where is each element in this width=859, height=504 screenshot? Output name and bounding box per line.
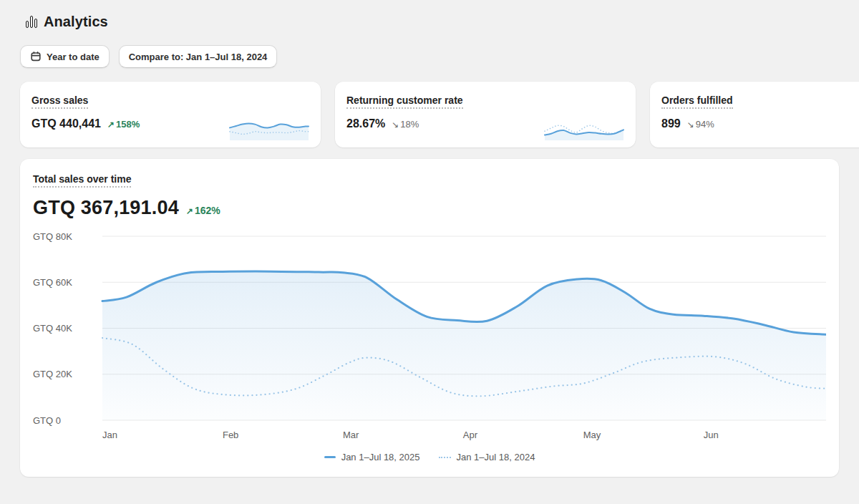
svg-text:GTQ 20K: GTQ 20K [33, 369, 72, 379]
page-title: Analytics [44, 14, 108, 30]
chart-title[interactable]: Total sales over time [33, 173, 131, 188]
compare-button[interactable]: Compare to: Jan 1–Jul 18, 2024 [119, 45, 278, 68]
legend-label: Jan 1–Jul 18, 2024 [457, 452, 535, 462]
sparkline-chart [229, 115, 309, 142]
svg-text:Jun: Jun [704, 430, 719, 440]
metric-value: GTQ 440,441 [31, 117, 101, 130]
page-header: Analytics [0, 0, 859, 30]
trend-badge: ↗162% [186, 205, 220, 216]
trend-badge: ↗158% [107, 119, 140, 130]
chart-legend: Jan 1–Jul 18, 2025 Jan 1–Jul 18, 2024 [33, 452, 826, 462]
filter-bar: Year to date Compare to: Jan 1–Jul 18, 2… [20, 45, 859, 68]
legend-item-current[interactable]: Jan 1–Jul 18, 2025 [324, 452, 420, 462]
bar-chart-icon [26, 16, 37, 28]
trend-down-icon: ↘ [687, 120, 694, 130]
svg-text:Jan: Jan [102, 430, 117, 440]
metric-card-gross-sales: Gross sales GTQ 440,441 ↗158% [20, 82, 321, 147]
svg-text:GTQ 60K: GTQ 60K [33, 277, 72, 288]
legend-label: Jan 1–Jul 18, 2025 [341, 452, 420, 462]
metric-value: 28.67% [346, 117, 385, 130]
svg-text:Mar: Mar [343, 430, 359, 440]
metric-card-returning-customer-rate: Returning customer rate 28.67% ↘18% [335, 82, 636, 147]
sparkline-chart [544, 115, 624, 142]
compare-label: Compare to: Jan 1–Jul 18, 2024 [129, 52, 268, 62]
trend-up-icon: ↗ [186, 206, 193, 216]
svg-text:Apr: Apr [463, 430, 478, 440]
metric-card-orders-fulfilled: Orders fulfilled 899 ↘94% [650, 82, 859, 147]
metric-title[interactable]: Gross sales [31, 94, 88, 109]
trend-down-icon: ↘ [392, 120, 399, 130]
svg-text:Feb: Feb [223, 430, 238, 440]
trend-badge: ↘94% [687, 119, 714, 130]
total-sales-card: Total sales over time GTQ 367,191.04 ↗16… [20, 159, 839, 477]
svg-text:GTQ 0: GTQ 0 [33, 415, 61, 426]
chart-area: GTQ 80KGTQ 60KGTQ 40KGTQ 20KGTQ 0JanFebM… [33, 228, 826, 445]
date-range-button[interactable]: Year to date [20, 45, 110, 68]
calendar-icon [30, 51, 42, 62]
trend-badge: ↘18% [392, 119, 419, 130]
trend-up-icon: ↗ [107, 120, 115, 130]
metrics-row: Gross sales GTQ 440,441 ↗158% Returning … [20, 82, 859, 147]
date-range-label: Year to date [47, 52, 100, 62]
svg-text:GTQ 40K: GTQ 40K [33, 323, 72, 334]
sales-line-chart[interactable]: GTQ 80KGTQ 60KGTQ 40KGTQ 20KGTQ 0JanFebM… [33, 228, 826, 442]
metric-value: 899 [661, 117, 681, 130]
solid-line-swatch [324, 456, 336, 458]
dotted-line-swatch [439, 457, 451, 458]
metric-title[interactable]: Returning customer rate [346, 94, 463, 109]
chart-value: GTQ 367,191.04 [33, 197, 179, 219]
legend-item-previous[interactable]: Jan 1–Jul 18, 2024 [439, 452, 535, 462]
svg-text:GTQ 80K: GTQ 80K [33, 231, 72, 242]
metric-title[interactable]: Orders fulfilled [661, 94, 733, 109]
svg-text:May: May [583, 430, 601, 440]
